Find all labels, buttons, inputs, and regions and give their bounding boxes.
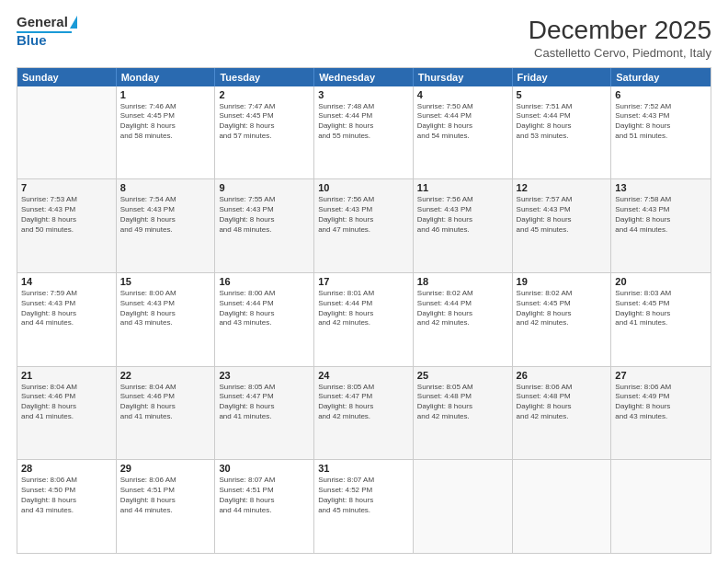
cell-line: Sunrise: 8:06 AM [120, 476, 211, 486]
cal-cell-4-2: 30Sunrise: 8:07 AMSunset: 4:51 PMDayligh… [215, 460, 314, 553]
cal-row-1: 7Sunrise: 7:53 AMSunset: 4:43 PMDaylight… [17, 179, 711, 273]
cell-line: Sunrise: 8:07 AM [219, 476, 310, 486]
cell-line: and 57 minutes. [219, 132, 310, 142]
calendar: Sunday Monday Tuesday Wednesday Thursday… [17, 67, 711, 554]
cal-cell-4-3: 31Sunrise: 8:07 AMSunset: 4:52 PMDayligh… [314, 460, 414, 553]
cell-line: Sunrise: 8:05 AM [219, 383, 310, 393]
cal-cell-0-6: 6Sunrise: 7:52 AMSunset: 4:43 PMDaylight… [611, 86, 711, 179]
cell-line: Sunrise: 7:46 AM [120, 102, 211, 112]
cell-line: and 41 minutes. [120, 412, 211, 422]
cell-line: and 54 minutes. [417, 132, 508, 142]
main-title: December 2025 [529, 15, 711, 46]
cell-line: Sunrise: 8:06 AM [21, 476, 112, 486]
cell-line: Sunset: 4:43 PM [615, 111, 707, 121]
cal-cell-4-4 [414, 460, 513, 553]
cell-line: Daylight: 8 hours [120, 496, 211, 506]
cal-row-4: 28Sunrise: 8:06 AMSunset: 4:50 PMDayligh… [17, 460, 711, 553]
day-number: 12 [517, 182, 608, 193]
cell-line: Daylight: 8 hours [120, 402, 211, 412]
day-number: 31 [318, 463, 409, 474]
cell-line: Sunset: 4:51 PM [219, 486, 310, 496]
logo-blue: Blue [17, 33, 47, 49]
cal-cell-1-6: 13Sunrise: 7:58 AMSunset: 4:43 PMDayligh… [611, 179, 711, 272]
day-number: 26 [517, 370, 608, 381]
cell-line: Daylight: 8 hours [517, 121, 608, 132]
cell-line: Sunset: 4:47 PM [219, 392, 310, 402]
cell-line: Daylight: 8 hours [615, 121, 707, 132]
header-saturday: Saturday [611, 68, 711, 86]
cell-line: Daylight: 8 hours [615, 309, 707, 319]
cell-line: Sunrise: 7:48 AM [318, 102, 409, 112]
cell-line: Sunrise: 7:57 AM [517, 195, 608, 205]
cell-line: Sunset: 4:44 PM [417, 299, 508, 309]
cell-line: Sunset: 4:44 PM [219, 299, 310, 309]
day-number: 23 [219, 370, 310, 381]
cell-line: Sunrise: 8:05 AM [318, 383, 409, 393]
cell-line: Sunrise: 8:00 AM [219, 289, 310, 299]
day-number: 27 [615, 370, 707, 381]
cell-line: Daylight: 8 hours [318, 121, 409, 132]
cal-cell-2-3: 17Sunrise: 8:01 AMSunset: 4:44 PMDayligh… [314, 273, 414, 366]
cal-cell-0-5: 5Sunrise: 7:51 AMSunset: 4:44 PMDaylight… [513, 86, 612, 179]
cal-cell-3-0: 21Sunrise: 8:04 AMSunset: 4:46 PMDayligh… [17, 367, 117, 460]
cell-line: and 45 minutes. [517, 225, 608, 236]
cal-cell-0-0 [17, 86, 117, 179]
cell-line: Sunrise: 8:05 AM [417, 383, 508, 393]
cell-line: and 45 minutes. [318, 506, 409, 516]
cell-line: Sunrise: 7:55 AM [219, 195, 310, 205]
logo-triangle-icon [70, 16, 77, 29]
cal-cell-1-0: 7Sunrise: 7:53 AMSunset: 4:43 PMDaylight… [17, 179, 117, 272]
cal-cell-1-1: 8Sunrise: 7:54 AMSunset: 4:43 PMDaylight… [117, 179, 216, 272]
cell-line: and 44 minutes. [120, 506, 211, 516]
cell-line: Sunset: 4:43 PM [21, 299, 112, 309]
cal-cell-2-5: 19Sunrise: 8:02 AMSunset: 4:45 PMDayligh… [513, 273, 612, 366]
cal-row-2: 14Sunrise: 7:59 AMSunset: 4:43 PMDayligh… [17, 273, 711, 367]
cell-line: Sunset: 4:45 PM [517, 299, 608, 309]
cell-line: Sunset: 4:45 PM [120, 111, 211, 121]
day-number: 15 [120, 276, 211, 287]
cal-cell-4-1: 29Sunrise: 8:06 AMSunset: 4:51 PMDayligh… [117, 460, 216, 553]
cell-line: Sunrise: 8:04 AM [21, 383, 112, 393]
cell-line: Sunset: 4:43 PM [120, 205, 211, 215]
cell-line: Sunset: 4:51 PM [120, 486, 211, 496]
cell-line: Sunset: 4:48 PM [517, 392, 608, 402]
cell-line: and 42 minutes. [417, 318, 508, 328]
cell-line: Sunrise: 8:01 AM [318, 289, 409, 299]
cell-line: Daylight: 8 hours [517, 215, 608, 225]
day-number: 22 [120, 370, 211, 381]
cell-line: Sunset: 4:43 PM [517, 205, 608, 215]
day-number: 10 [318, 182, 409, 193]
day-number: 16 [219, 276, 310, 287]
cell-line: and 43 minutes. [120, 318, 211, 328]
cell-line: Sunrise: 8:06 AM [615, 383, 707, 393]
day-number: 8 [120, 182, 211, 193]
cal-cell-1-2: 9Sunrise: 7:55 AMSunset: 4:43 PMDaylight… [215, 179, 314, 272]
cell-line: Sunset: 4:47 PM [318, 392, 409, 402]
cell-line: Daylight: 8 hours [318, 496, 409, 506]
cell-line: Daylight: 8 hours [318, 309, 409, 319]
cell-line: Sunset: 4:48 PM [417, 392, 508, 402]
header-wednesday: Wednesday [314, 68, 414, 86]
cell-line: Sunrise: 7:56 AM [318, 195, 409, 205]
cell-line: Sunrise: 7:56 AM [417, 195, 508, 205]
cal-cell-2-1: 15Sunrise: 8:00 AMSunset: 4:43 PMDayligh… [117, 273, 216, 366]
cell-line: Sunset: 4:43 PM [21, 205, 112, 215]
cell-line: Sunrise: 7:58 AM [615, 195, 707, 205]
day-number: 11 [417, 182, 508, 193]
cal-cell-0-3: 3Sunrise: 7:48 AMSunset: 4:44 PMDaylight… [314, 86, 414, 179]
day-number: 29 [120, 463, 211, 474]
cell-line: Daylight: 8 hours [219, 309, 310, 319]
cell-line: and 44 minutes. [219, 506, 310, 516]
cell-line: Sunrise: 8:02 AM [417, 289, 508, 299]
day-number: 4 [417, 89, 508, 100]
cell-line: Daylight: 8 hours [219, 496, 310, 506]
cell-line: Daylight: 8 hours [417, 215, 508, 225]
cell-line: and 47 minutes. [318, 225, 409, 236]
day-number: 7 [21, 182, 112, 193]
day-number: 2 [219, 89, 310, 100]
cell-line: Daylight: 8 hours [517, 309, 608, 319]
cal-cell-1-5: 12Sunrise: 7:57 AMSunset: 4:43 PMDayligh… [513, 179, 612, 272]
cell-line: Daylight: 8 hours [21, 215, 112, 225]
cal-cell-0-4: 4Sunrise: 7:50 AMSunset: 4:44 PMDaylight… [414, 86, 513, 179]
logo: General Blue [17, 15, 77, 48]
